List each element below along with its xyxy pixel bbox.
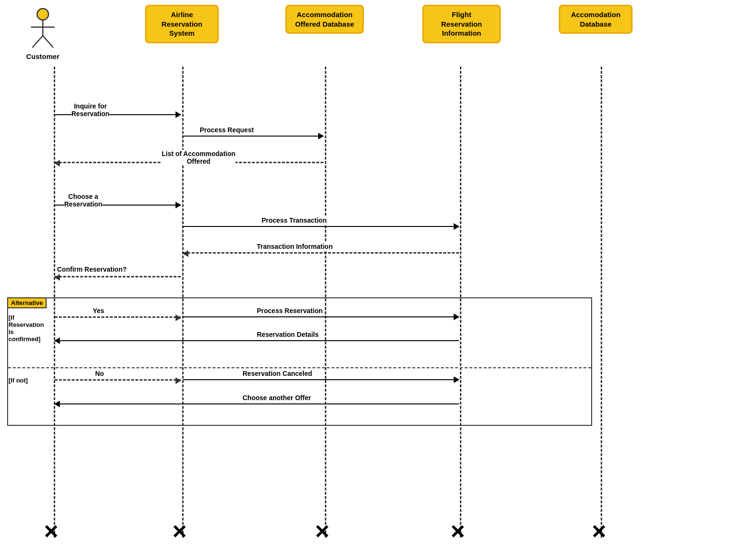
reservation-details-arrow [55, 340, 459, 341]
diagram-container: Customer AirlineReservationSystem Accomm… [0, 0, 731, 560]
process-request-label: Process Request [200, 126, 254, 134]
accommodation-termination: ✕ [314, 521, 330, 543]
customer-actor: Customer [26, 7, 59, 60]
choose-another-arrow [55, 403, 459, 404]
accomodation-db-termination: ✕ [591, 521, 607, 543]
yes-label: Yes [93, 307, 104, 314]
inquire-label: Inquire forReservation [71, 102, 109, 118]
transaction-info-label: Transaction Information [257, 243, 332, 250]
accommodation-actor-box: AccommodationOffered Database [285, 5, 364, 34]
airline-termination: ✕ [171, 521, 187, 543]
airline-actor-box: AirlineReservationSystem [145, 5, 219, 43]
svg-line-3 [32, 36, 43, 48]
flight-termination: ✕ [449, 521, 466, 543]
accommodation-label: AccommodationOffered Database [295, 10, 354, 28]
confirm-reservation-arrow [55, 276, 181, 277]
customer-label: Customer [26, 52, 59, 60]
reservation-canceled-arrow [183, 379, 459, 380]
alt-condition-confirmed: [IfReservationisconfirmed] [9, 314, 47, 343]
flight-label: FlightReservationInformation [441, 10, 482, 37]
process-reservation-label: Process Reservation [257, 307, 323, 314]
no-label: No [95, 370, 104, 377]
customer-termination: ✕ [43, 521, 59, 543]
reservation-canceled-label: Reservation Canceled [243, 370, 312, 377]
choose-reservation-label: Choose aReservation [64, 193, 102, 208]
confirm-reservation-label: Confirm Reservation? [57, 265, 127, 273]
yes-arrow [55, 316, 181, 318]
process-reservation-arrow [183, 316, 459, 317]
process-transaction-label: Process Transaction [262, 216, 327, 224]
alt-divider [8, 367, 591, 368]
accomodation-db-lifeline [601, 67, 602, 538]
process-request-arrow [183, 136, 323, 137]
process-transaction-arrow [183, 226, 459, 227]
airline-label: AirlineReservationSystem [162, 10, 203, 37]
alt-condition-not: [If not] [9, 377, 28, 384]
transaction-info-arrow [183, 252, 459, 254]
list-accommodation-label: List of AccommodationOffered [162, 150, 235, 165]
svg-point-0 [37, 9, 49, 20]
accomodation-db-actor-box: AccomodationDatabase [559, 5, 633, 34]
accomodation-db-label: AccomodationDatabase [571, 10, 620, 28]
no-arrow [55, 379, 181, 381]
svg-line-4 [43, 36, 53, 48]
choose-another-label: Choose another Offer [243, 394, 311, 402]
reservation-details-label: Reservation Details [257, 331, 319, 338]
alt-tag: Alternative [7, 297, 47, 308]
flight-actor-box: FlightReservationInformation [422, 5, 501, 43]
